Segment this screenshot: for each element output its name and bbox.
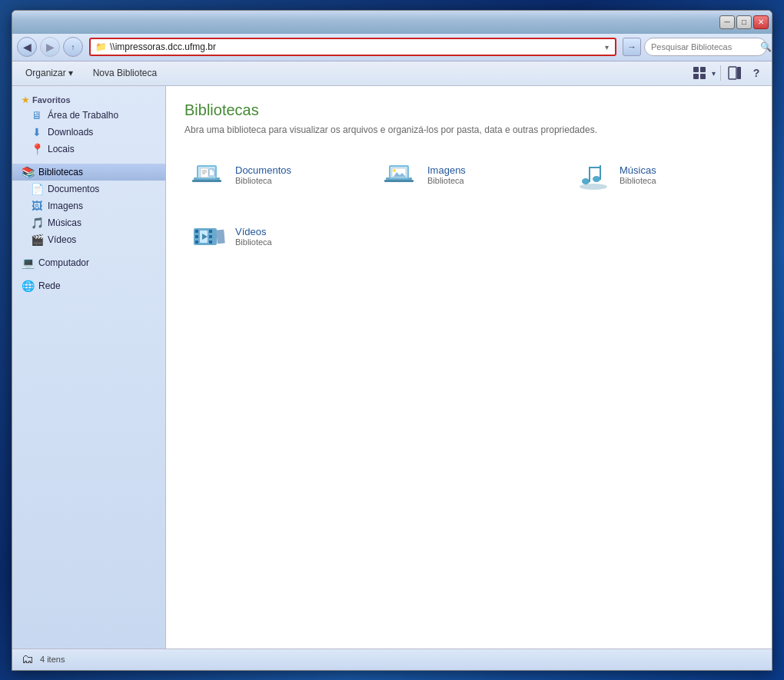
sidebar-divider-3 <box>12 271 165 277</box>
new-library-button[interactable]: Nova Biblioteca <box>86 65 164 81</box>
svg-rect-10 <box>201 168 208 177</box>
svg-rect-31 <box>195 235 198 238</box>
svg-rect-4 <box>729 67 736 79</box>
svg-point-28 <box>580 184 607 190</box>
documentos-library-type: Biblioteca <box>235 176 291 185</box>
svg-rect-38 <box>216 230 225 244</box>
sidebar-item-area-trabalho[interactable]: 🖥 Área de Trabalho <box>12 107 165 124</box>
sidebar-item-imagens[interactable]: 🖼 Imagens <box>12 197 165 214</box>
sidebar-favorites-heading: ★ Favoritos <box>12 92 165 107</box>
svg-rect-33 <box>209 230 212 233</box>
computer-icon: 💻 <box>22 257 34 269</box>
svg-rect-7 <box>192 180 221 182</box>
view-toggle-button[interactable] <box>690 64 709 82</box>
preview-pane-button[interactable] <box>726 64 744 82</box>
svg-point-22 <box>393 169 396 172</box>
sidebar-item-downloads[interactable]: ⬇ Downloads <box>12 124 165 141</box>
forward-button[interactable]: ▶ <box>40 37 60 57</box>
documentos-library-info: Documentos Biblioteca <box>235 164 291 185</box>
status-folder-icon: 🗂 <box>22 652 34 666</box>
organize-label: Organizar <box>25 68 66 78</box>
view-dropdown-icon[interactable]: ▾ <box>712 69 716 78</box>
close-button[interactable]: ✕ <box>753 15 769 29</box>
explorer-window: ─ □ ✕ ◀ ▶ ↑ 📁 \\impressoras.dcc.ufmg.br … <box>12 10 772 671</box>
title-bar: ─ □ ✕ <box>12 11 772 34</box>
back-button[interactable]: ◀ <box>17 37 37 57</box>
musicas-library-icon <box>575 156 612 193</box>
main-content: ★ Favoritos 🖥 Área de Trabalho ⬇ Downloa… <box>12 86 772 648</box>
toolbar: Organizar ▾ Nova Biblioteca ▾ <box>12 61 772 86</box>
musicas-library-type: Biblioteca <box>620 176 656 185</box>
library-item-musicas[interactable]: Músicas Biblioteca <box>569 151 753 197</box>
imagens-library-icon <box>383 156 420 193</box>
address-folder-icon: 📁 <box>95 41 107 52</box>
go-button[interactable]: → <box>623 38 641 56</box>
library-item-documentos[interactable]: Documentos Biblioteca <box>184 151 369 197</box>
sidebar-item-bibliotecas[interactable]: 📚 Bibliotecas <box>12 164 165 181</box>
svg-point-23 <box>582 178 590 184</box>
documentos-library-icon <box>191 156 228 193</box>
docs-icon: 📄 <box>31 183 43 195</box>
organize-arrow: ▾ <box>68 68 73 78</box>
musicas-library-name: Músicas <box>620 164 656 176</box>
videos-library-type: Biblioteca <box>235 237 272 247</box>
help-button[interactable]: ? <box>747 64 766 82</box>
svg-rect-27 <box>589 167 601 168</box>
up-button[interactable]: ↑ <box>63 37 83 57</box>
location-icon: 📍 <box>31 143 43 155</box>
musicas-library-info: Músicas Biblioteca <box>620 164 656 185</box>
svg-rect-25 <box>589 167 590 182</box>
star-icon: ★ <box>22 95 29 105</box>
address-text: \\impressoras.dcc.ufmg.br <box>110 41 603 52</box>
images-icon: 🖼 <box>31 200 43 212</box>
music-icon: 🎵 <box>31 217 43 229</box>
navigation-bar: ◀ ▶ ↑ 📁 \\impressoras.dcc.ufmg.br ▾ → 🔍 <box>12 34 772 61</box>
content-title: Bibliotecas <box>184 101 753 119</box>
sidebar-item-rede[interactable]: 🌐 Rede <box>12 277 165 294</box>
sidebar-item-computador[interactable]: 💻 Computador <box>12 254 165 271</box>
videos-library-name: Vídeos <box>235 226 272 237</box>
sidebar-divider-1 <box>12 158 165 164</box>
svg-rect-35 <box>209 240 212 244</box>
minimize-button[interactable]: ─ <box>719 15 735 29</box>
address-dropdown-icon[interactable]: ▾ <box>603 43 610 51</box>
status-count: 4 itens <box>40 655 65 664</box>
svg-rect-14 <box>209 169 214 176</box>
svg-rect-3 <box>700 74 706 79</box>
videos-icon: 🎬 <box>31 234 43 246</box>
desktop-icon: 🖥 <box>31 109 43 121</box>
search-icon: 🔍 <box>760 41 772 52</box>
maximize-button[interactable]: □ <box>736 15 752 29</box>
imagens-library-info: Imagens Biblioteca <box>427 164 466 185</box>
address-bar[interactable]: 📁 \\impressoras.dcc.ufmg.br ▾ <box>89 38 616 56</box>
toolbar-separator <box>720 65 721 81</box>
sidebar-item-videos[interactable]: 🎬 Vídeos <box>12 231 165 248</box>
window-controls: ─ □ ✕ <box>719 15 769 29</box>
svg-rect-32 <box>195 240 198 244</box>
sidebar-item-documentos[interactable]: 📄 Documentos <box>12 181 165 197</box>
library-item-videos[interactable]: Vídeos Biblioteca <box>184 213 369 259</box>
toolbar-right: ▾ ? <box>690 64 766 82</box>
sidebar-item-locais[interactable]: 📍 Locais <box>12 141 165 158</box>
network-icon: 🌐 <box>22 280 34 292</box>
svg-rect-30 <box>195 230 198 233</box>
library-icon: 📚 <box>22 166 34 178</box>
search-input[interactable] <box>651 42 757 51</box>
search-box[interactable]: 🔍 <box>644 38 767 56</box>
content-subtitle: Abra uma biblioteca para visualizar os a… <box>184 124 753 137</box>
sidebar-item-musicas[interactable]: 🎵 Músicas <box>12 214 165 231</box>
imagens-library-name: Imagens <box>427 164 466 176</box>
sidebar-divider-2 <box>12 248 165 254</box>
status-bar: 🗂 4 itens <box>12 648 772 670</box>
svg-rect-2 <box>693 74 699 79</box>
videos-library-info: Vídeos Biblioteca <box>235 226 272 247</box>
content-pane: Bibliotecas Abra uma biblioteca para vis… <box>166 86 772 648</box>
svg-rect-1 <box>700 67 706 72</box>
svg-point-24 <box>593 176 600 182</box>
library-item-imagens[interactable]: Imagens Biblioteca <box>377 151 561 197</box>
documentos-library-name: Documentos <box>235 164 291 176</box>
svg-rect-0 <box>693 67 699 72</box>
sidebar: ★ Favoritos 🖥 Área de Trabalho ⬇ Downloa… <box>12 86 166 648</box>
organize-button[interactable]: Organizar ▾ <box>18 65 80 81</box>
videos-library-icon <box>191 217 228 254</box>
